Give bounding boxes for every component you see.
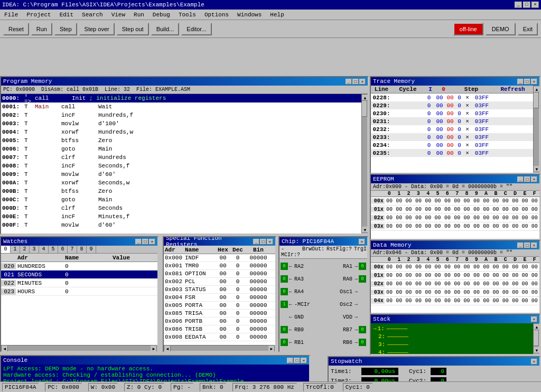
watch-table[interactable]: 020HUNDREDS0021SECONDS0022MINUTES0023HOU… [1, 262, 157, 345]
watch-tab[interactable]: 1 [11, 246, 20, 253]
watch-row[interactable]: 023HOURS0 [1, 287, 157, 296]
ee-grid[interactable]: 00x0000000000000000000000000000000001x00… [371, 197, 539, 239]
reset-button[interactable]: Reset [3, 23, 29, 35]
chip-pin-right-val[interactable]: 0 [359, 263, 366, 270]
tm-scroll-up[interactable]: ▲ [534, 86, 539, 92]
menu-view[interactable]: View [109, 11, 127, 18]
pm-row[interactable]: 000B:TbtfssZero [1, 187, 361, 195]
tm-row[interactable]: 0235:000000×03FF [371, 149, 533, 157]
watch-tab[interactable]: 0 [1, 246, 11, 253]
menu-help[interactable]: Help [268, 11, 286, 18]
tm-close[interactable]: × [531, 79, 537, 85]
pm-scrollbar[interactable]: ▲ ▼ [361, 94, 368, 234]
sfr-row[interactable]: 0x085TRISA00000000 [164, 310, 275, 318]
dm-row[interactable]: 04x00000000000000000000000000000000 [371, 297, 539, 305]
chip-close[interactable]: × [359, 239, 365, 245]
pm-row[interactable]: 0003:Tmovlwd'100' [1, 119, 361, 128]
stack-scroll-down[interactable]: ▼ [534, 347, 539, 353]
menu-tools[interactable]: Tools [176, 11, 198, 18]
pm-row[interactable]: 0001:TMaincallWait [1, 102, 361, 111]
stack-close[interactable]: × [531, 316, 537, 322]
chip-pin-right-val[interactable]: 0 [359, 351, 366, 352]
demo-button[interactable]: DEMO [486, 23, 516, 35]
menu-file[interactable]: File [2, 11, 20, 18]
tm-row[interactable]: 0228:000000×03FF [371, 94, 533, 101]
dm-row[interactable]: 00x00000000000000000000000000000000 [371, 263, 539, 272]
chip-pin-left-val[interactable]: 0 [281, 351, 288, 352]
sfr-minimize[interactable]: _ [253, 239, 259, 245]
watch-row[interactable]: 021SECONDS0 [1, 270, 157, 279]
chip-pin-right-val[interactable]: 0 [359, 326, 366, 333]
tm-minimize[interactable]: _ [517, 79, 524, 85]
menu-project[interactable]: Project [24, 11, 53, 18]
watch-tab[interactable]: 9 [87, 246, 96, 253]
sfr-row[interactable]: 0x081OPTION00000000 [164, 270, 275, 278]
chip-pin-left-val[interactable]: 0 [281, 275, 288, 283]
ee-row[interactable]: 01x00000000000000000000000000000000 [371, 206, 539, 214]
dm-row[interactable]: 03x00000000000000000000000000000000 [371, 288, 539, 297]
menu-search[interactable]: Search [80, 11, 105, 18]
maximize-button[interactable]: □ [523, 2, 530, 8]
build-button[interactable]: Build... [151, 23, 180, 35]
tm-maximize[interactable]: □ [524, 79, 530, 85]
chip-pin-right-val[interactable]: 0 [359, 339, 366, 346]
close-button[interactable]: × [531, 2, 539, 8]
watch-tab[interactable]: 4 [39, 246, 49, 253]
menu-run[interactable]: Run [132, 11, 146, 18]
offline-button[interactable]: off-line [453, 23, 483, 35]
sfr-row[interactable]: 0x086TRISB00000000 [164, 325, 275, 333]
pm-row[interactable]: 0006:TgotoMain [1, 145, 361, 153]
menu-edit[interactable]: Edit [58, 11, 76, 18]
pm-maximize[interactable]: □ [352, 79, 359, 85]
pm-row[interactable]: 000D:TclrfSeconds [1, 204, 361, 212]
sfr-row[interactable]: 0x006PORTB00000000 [164, 318, 275, 325]
sw-close[interactable]: × [531, 359, 537, 365]
ee-maximize[interactable]: □ [524, 176, 530, 182]
minimize-button[interactable]: _ [515, 2, 522, 8]
pm-row[interactable]: 0005:TbtfssZero [1, 136, 361, 145]
stack-scrollbar[interactable]: ▲ ▼ [533, 323, 539, 354]
watch-row[interactable]: 020HUNDREDS0 [1, 262, 157, 270]
tm-row[interactable]: 0234:000000×03FF [371, 141, 533, 149]
tm-scrollbar[interactable]: ▲ ▼ [533, 86, 539, 173]
con-minimize[interactable]: _ [287, 358, 293, 363]
pm-row[interactable]: 000F:Tmovlwd'60' [1, 221, 361, 229]
step-out-button[interactable]: Step out [117, 23, 149, 35]
tm-row[interactable]: 0230:000000×03FF [371, 109, 533, 117]
sfr-row[interactable]: 0x004FSR00000000 [164, 294, 275, 302]
ee-row[interactable]: 00x00000000000000000000000000000000 [371, 197, 539, 206]
ee-row[interactable]: 03x00000000000000000000000000000000 [371, 222, 539, 231]
chip-pin-right-val[interactable]: 0 [359, 275, 366, 283]
sfr-row[interactable]: 0x008EEDATA00000000 [164, 333, 275, 341]
tm-row[interactable]: 0229:000000×03FF [371, 101, 533, 109]
watch-row[interactable]: 022MINUTES0 [1, 279, 157, 287]
menu-debug[interactable]: Debug [151, 11, 172, 18]
ee-minimize[interactable]: _ [517, 176, 524, 182]
pm-scroll-up[interactable]: ▲ [362, 95, 368, 101]
pm-scroll-down[interactable]: ▼ [362, 227, 368, 233]
chip-pin-left-val[interactable]: 0 [281, 263, 288, 270]
dm-minimize[interactable]: _ [517, 242, 524, 248]
step-over-button[interactable]: Step over [79, 23, 115, 35]
con-maximize[interactable]: □ [294, 358, 300, 363]
pm-row[interactable]: 000E:TincFMinutes,f [1, 212, 361, 221]
chip-pin-left-val[interactable]: 0 [281, 288, 288, 295]
pm-row[interactable]: 0000:T =>callInit ; initialize registers [1, 94, 361, 102]
sfr-row[interactable]: 0x003STATUS00000000 [164, 286, 275, 294]
ee-row[interactable]: 02x00000000000000000000000000000000 [371, 214, 539, 222]
watch-tab[interactable]: 3 [30, 246, 39, 253]
stack-scroll-up[interactable]: ▲ [534, 324, 539, 330]
sfr-row[interactable]: 0x005PORTA00000000 [164, 302, 275, 310]
sfr-row[interactable]: 0x001TMR000000000 [164, 262, 275, 270]
dm-maximize[interactable]: □ [524, 242, 530, 248]
chip-pin-left-val[interactable]: 0 [281, 339, 288, 346]
pm-row[interactable]: 0004:TxorwfHundreds,w [1, 128, 361, 136]
exit-button[interactable]: Exit [518, 23, 538, 35]
pm-close[interactable]: × [359, 79, 366, 85]
w-maximize[interactable]: □ [142, 239, 148, 245]
pm-minimize[interactable]: _ [346, 79, 352, 85]
pm-row[interactable]: 000C:TgotoMain [1, 195, 361, 204]
pm-code-area[interactable]: 0000:T =>callInit ; initialize registers… [1, 94, 361, 234]
tm-scroll-down[interactable]: ▼ [534, 166, 539, 172]
dm-grid[interactable]: 00x0000000000000000000000000000000001x00… [371, 263, 539, 313]
